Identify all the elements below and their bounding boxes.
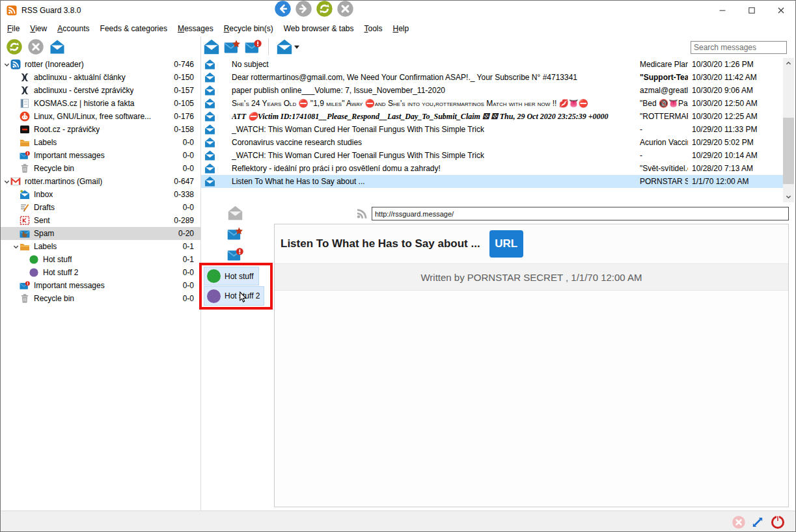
mark-important-toggle-button[interactable] <box>226 225 243 242</box>
envelope-exclamation-icon <box>20 280 31 291</box>
message-row[interactable]: Coronavirus vaccine research studies Acu… <box>201 136 783 149</box>
back-icon <box>275 1 291 17</box>
mark-read-dropdown-button[interactable] <box>275 38 300 55</box>
menu-file[interactable]: File <box>2 21 25 36</box>
envelope-open-icon <box>203 39 220 55</box>
scrollbar-thumb[interactable] <box>783 118 794 184</box>
inoreader-icon <box>10 59 21 70</box>
reload-button[interactable] <box>316 1 333 17</box>
maximize-button[interactable] <box>737 1 766 20</box>
stop-icon <box>28 39 44 55</box>
message-toolbar <box>203 38 300 55</box>
envelope-open-icon <box>204 150 217 161</box>
message-row[interactable]: Dear rottermartinos@gmail.com, We Need Y… <box>201 71 783 84</box>
feed-tree: rotter (Inoreader) 0-746 abclinuxu - akt… <box>1 58 200 511</box>
feed-item-important-gmail[interactable]: Important messages 0-0 <box>1 279 200 292</box>
message-row[interactable]: She's 24 Years Old ⛔ "1,9 miles" Away ⛔a… <box>201 97 783 110</box>
feed-item[interactable]: Linux, GNU/Linux, free software... 0-176 <box>1 110 200 123</box>
feed-item-inbox[interactable]: Inbox 0-338 <box>1 188 200 201</box>
sent-icon <box>20 215 31 226</box>
feed-item-important[interactable]: Important messages 0-0 <box>1 149 200 162</box>
feed-item-hot-stuff[interactable]: Hot stuff 0-1 <box>1 253 200 266</box>
menu-web-browser-tabs[interactable]: Web browser & tabs <box>279 21 359 36</box>
feed-item[interactable]: Root.cz - zprávičky 0-158 <box>1 123 200 136</box>
toolbar <box>1 36 795 58</box>
search-input[interactable] <box>691 41 787 54</box>
envelope-open-icon <box>49 39 65 55</box>
menu-feeds-categories[interactable]: Feeds & categories <box>95 21 172 36</box>
reddit-icon <box>20 111 31 122</box>
feed-account-gmail[interactable]: rotter.martinos (Gmail) 0-647 <box>1 175 200 188</box>
label-toggle-hot-stuff[interactable]: Hot stuff <box>204 267 259 286</box>
feed-item[interactable]: abclinuxu - aktuální články 0-150 <box>1 71 200 84</box>
menu-accounts[interactable]: Accounts <box>52 21 94 36</box>
close-tab-button[interactable] <box>732 515 746 529</box>
fullscreen-button[interactable] <box>750 515 765 529</box>
scroll-down-icon[interactable] <box>783 191 794 202</box>
envelope-open-gray-icon <box>227 206 243 220</box>
message-row-selected[interactable]: Listen To What he Has to Say about ... P… <box>201 175 783 188</box>
message-title: Listen To What he Has to Say about ... <box>281 237 480 250</box>
chevron-down-icon[interactable] <box>12 243 20 250</box>
open-url-button[interactable]: URL <box>489 230 523 258</box>
url-input[interactable] <box>372 207 789 220</box>
green-circle-icon <box>29 254 40 265</box>
forward-button[interactable] <box>295 1 312 17</box>
feed-item-sent[interactable]: Sent 0-289 <box>1 214 200 227</box>
scrollbar[interactable] <box>783 58 794 202</box>
feed-item[interactable]: KOSMAS.cz | historie a fakta 0-105 <box>1 97 200 110</box>
stop-update-button[interactable] <box>27 38 44 55</box>
menu-help[interactable]: Help <box>388 21 415 36</box>
preview-header: Listen To What he Has to Say about ... U… <box>275 224 788 264</box>
message-row[interactable]: Reflektory - ideální pro práci i pro osv… <box>201 162 783 175</box>
envelope-open-icon <box>204 111 217 122</box>
update-feeds-button[interactable] <box>6 38 23 55</box>
abclinuxu-icon <box>20 85 31 96</box>
chevron-down-icon[interactable] <box>3 178 10 185</box>
mark-message-read-button[interactable] <box>203 38 220 55</box>
back-button[interactable] <box>275 1 291 17</box>
feed-item-recycle-bin[interactable]: Recycle bin 0-0 <box>1 162 200 175</box>
envelope-exclamation-icon <box>245 39 262 55</box>
envelope-open-icon <box>204 59 217 70</box>
message-row[interactable]: paper publish online___Volume: 7, Issue_… <box>201 84 783 97</box>
feed-item-hot-stuff-2[interactable]: Hot stuff 2 0-0 <box>1 266 200 279</box>
close-icon <box>777 7 785 14</box>
message-row[interactable]: ATT ⛔Victim ID:1741081__Please_Respond__… <box>201 110 783 123</box>
feed-item[interactable]: abclinuxu - čerstvé zprávičky 0-157 <box>1 84 200 97</box>
message-row[interactable]: _WATCH: This Woman Cured Her Toenail Fun… <box>201 123 783 136</box>
feed-item-labels-gmail[interactable]: Labels 0-1 <box>1 240 200 253</box>
chevron-down-icon[interactable] <box>3 60 10 68</box>
envelope-exclamation-icon <box>20 150 31 161</box>
menu-messages[interactable]: Messages <box>172 21 219 36</box>
feed-item-spam[interactable]: Spam 0-20 <box>1 227 200 240</box>
message-row[interactable]: _WATCH: This Woman Cured Her Toenail Fun… <box>201 149 783 162</box>
status-bar <box>1 511 795 531</box>
menu-tools[interactable]: Tools <box>359 21 388 36</box>
mark-read-toggle-button[interactable] <box>226 204 243 221</box>
envelope-open-icon <box>204 98 217 109</box>
feed-item-labels[interactable]: Labels 0-0 <box>1 136 200 149</box>
feed-item-recycle-bin-gmail[interactable]: Recycle bin 0-0 <box>1 292 200 305</box>
scroll-up-icon[interactable] <box>783 58 794 69</box>
fullscreen-icon <box>751 516 764 529</box>
menu-view[interactable]: View <box>25 21 52 36</box>
label-toggle-hot-stuff-2[interactable]: Hot stuff 2 <box>204 286 264 306</box>
mark-unread-button[interactable] <box>245 38 262 55</box>
kosmas-icon <box>20 98 31 109</box>
feed-account-inoreader[interactable]: rotter (Inoreader) 0-746 <box>1 58 200 71</box>
stop-load-button[interactable] <box>337 1 353 17</box>
close-button[interactable] <box>766 1 795 20</box>
rss-logo-icon <box>7 5 17 16</box>
feed-item-drafts[interactable]: Drafts 0-0 <box>1 201 200 214</box>
mark-feed-read-button[interactable] <box>49 38 66 55</box>
mark-unread-toggle-button[interactable] <box>226 246 243 263</box>
menu-recycle-bins[interactable]: Recycle bin(s) <box>219 21 279 36</box>
message-row[interactable]: No subject Medicare Plan <e... 10/30/20 … <box>201 58 783 71</box>
mark-important-button[interactable] <box>224 38 241 55</box>
menu-bar: File View Accounts Feeds & categories Me… <box>1 20 795 36</box>
rss-icon <box>355 207 368 220</box>
minimize-button[interactable] <box>707 1 737 20</box>
purple-circle-icon <box>207 289 221 303</box>
quit-button[interactable] <box>771 515 785 529</box>
